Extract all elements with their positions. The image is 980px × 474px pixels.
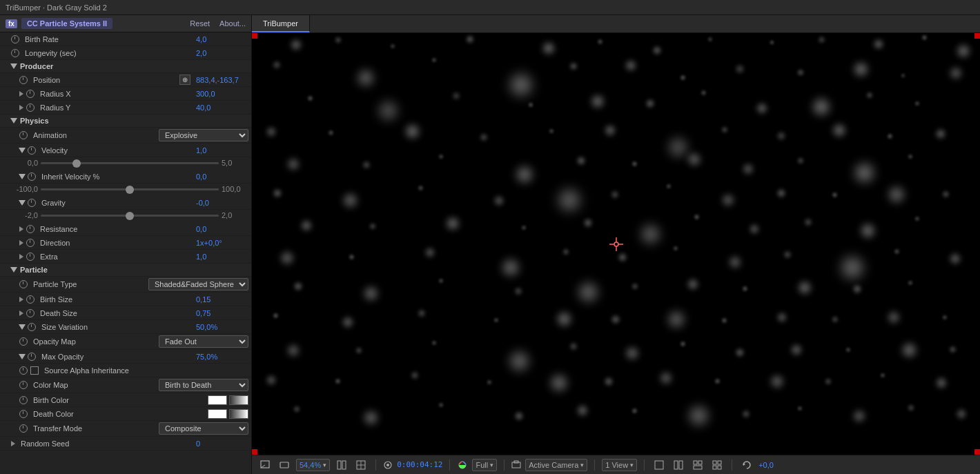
particle <box>949 66 963 80</box>
particle <box>293 406 300 413</box>
max-opacity-expand-icon[interactable] <box>19 354 26 359</box>
opacity-map-dropdown[interactable]: Fade Out Fade In Constant <box>159 335 248 348</box>
view-toggle-button[interactable] <box>334 459 349 471</box>
velocity-value[interactable]: 1,0 <box>193 146 248 155</box>
birth-rate-value[interactable]: 4,0 <box>193 35 248 43</box>
longevity-value[interactable]: 2,0 <box>193 49 248 57</box>
physics-section-header[interactable]: Physics <box>0 115 251 128</box>
extra-expand-icon[interactable] <box>19 254 23 259</box>
death-size-clock-icon[interactable] <box>26 309 35 317</box>
size-var-value[interactable]: 50,0% <box>193 323 248 331</box>
effect-name[interactable]: CC Particle Systems II <box>21 18 112 29</box>
death-size-expand-icon[interactable] <box>19 310 23 316</box>
viewport-canvas[interactable] <box>252 33 980 455</box>
velocity-clock-icon[interactable] <box>28 146 36 155</box>
birth-color-gradient-icon[interactable] <box>229 395 248 405</box>
radius-x-expand-icon[interactable] <box>19 91 23 97</box>
birth-size-clock-icon[interactable] <box>26 295 35 304</box>
fx-header: fx CC Particle Systems II Reset About... <box>0 15 251 32</box>
death-color-gradient-icon[interactable] <box>229 409 248 419</box>
gravity-clock-icon[interactable] <box>28 199 36 207</box>
radius-y-clock-icon[interactable] <box>26 103 35 112</box>
death-size-value[interactable]: 0,75 <box>193 309 248 317</box>
reset-view-button[interactable] <box>257 459 273 471</box>
layout-btn-1[interactable] <box>651 459 667 471</box>
inherit-vel-clock-icon[interactable] <box>28 172 36 181</box>
inherit-vel-value[interactable]: 0,0 <box>193 172 248 181</box>
resistance-value[interactable]: 0,0 <box>193 225 248 233</box>
longevity-clock-icon[interactable] <box>11 49 19 57</box>
particle <box>514 287 522 295</box>
random-seed-expand-icon[interactable] <box>11 441 15 446</box>
refresh-button[interactable] <box>739 459 754 471</box>
fit-view-button[interactable] <box>277 459 292 471</box>
position-value[interactable]: 883,4,-163,7 <box>193 76 248 84</box>
gravity-slider-thumb[interactable] <box>126 212 134 220</box>
animation-clock-icon[interactable] <box>19 131 28 139</box>
source-alpha-checkbox[interactable] <box>30 366 39 375</box>
extra-value[interactable]: 1,0 <box>193 253 248 261</box>
inherit-vel-slider-thumb[interactable] <box>126 186 134 194</box>
size-var-clock-icon[interactable] <box>28 323 36 331</box>
animation-dropdown[interactable]: Explosive Twirl Vortex <box>159 129 248 141</box>
radius-x-row: Radius X 300,0 <box>0 87 251 101</box>
timecode-display[interactable]: 0:00:04:12 <box>397 460 442 469</box>
camera-dropdown[interactable]: Active Camera ▾ <box>525 459 587 471</box>
random-seed-value[interactable]: 0 <box>193 440 248 448</box>
overlay-button[interactable] <box>353 459 369 471</box>
particle <box>832 192 838 198</box>
layout-btn-2[interactable] <box>671 459 686 471</box>
about-button[interactable]: About... <box>219 19 246 28</box>
inherit-vel-expand-icon[interactable] <box>19 174 26 179</box>
death-color-clock-icon[interactable] <box>19 410 28 418</box>
transfer-mode-dropdown[interactable]: Composite Add Screen <box>159 422 248 435</box>
size-var-expand-icon[interactable] <box>19 324 26 330</box>
max-opacity-value[interactable]: 75,0% <box>193 353 248 361</box>
radius-y-expand-icon[interactable] <box>19 105 23 110</box>
velocity-expand-icon[interactable] <box>19 148 26 153</box>
extra-clock-icon[interactable] <box>26 253 35 261</box>
particle-type-clock-icon[interactable] <box>19 280 28 288</box>
producer-section-header[interactable]: Producer <box>0 60 251 73</box>
color-map-clock-icon[interactable] <box>19 381 28 389</box>
radius-x-value[interactable]: 300,0 <box>193 90 248 98</box>
radius-y-value[interactable]: 40,0 <box>193 103 248 112</box>
resistance-expand-icon[interactable] <box>19 226 23 232</box>
gravity-expand-icon[interactable] <box>19 200 26 206</box>
gravity-slider-track[interactable] <box>41 215 219 217</box>
particle-type-dropdown[interactable]: Shaded&Faded Sphere Faded Sphere Lens Co… <box>148 278 248 290</box>
birth-size-value[interactable]: 0,15 <box>193 295 248 304</box>
zoom-dropdown[interactable]: 54,4% ▾ <box>296 459 330 471</box>
viewport-tab-tribumper[interactable]: TriBumper <box>252 15 310 32</box>
view-layout-dropdown[interactable]: 1 View ▾ <box>602 459 637 471</box>
particle-section-header[interactable]: Particle <box>0 264 251 277</box>
particle <box>438 154 444 159</box>
direction-clock-icon[interactable] <box>26 239 35 247</box>
direction-value[interactable]: 1x+0,0° <box>193 239 248 247</box>
radius-x-clock-icon[interactable] <box>26 90 35 98</box>
color-map-dropdown[interactable]: Birth to Death Over Life <box>159 379 248 391</box>
position-clock-icon[interactable] <box>19 76 28 84</box>
birth-size-expand-icon[interactable] <box>19 297 23 302</box>
particle <box>721 193 735 207</box>
direction-expand-icon[interactable] <box>19 240 23 246</box>
max-opacity-clock-icon[interactable] <box>28 353 36 361</box>
velocity-slider-track[interactable] <box>41 162 219 164</box>
birth-color-swatch[interactable] <box>208 395 227 405</box>
reset-button[interactable]: Reset <box>190 19 210 28</box>
opacity-map-clock-icon[interactable] <box>19 337 28 346</box>
death-color-swatch[interactable] <box>208 409 227 419</box>
birth-rate-clock-icon[interactable] <box>11 35 19 43</box>
particle <box>880 373 885 378</box>
position-crosshair-icon[interactable]: ⊕ <box>179 75 190 85</box>
transfer-mode-clock-icon[interactable] <box>19 424 28 433</box>
velocity-slider-thumb[interactable] <box>72 159 81 168</box>
resistance-clock-icon[interactable] <box>26 225 35 233</box>
layout-btn-4[interactable] <box>709 459 725 471</box>
quality-dropdown[interactable]: Full ▾ <box>472 459 497 471</box>
gravity-value[interactable]: -0,0 <box>193 199 248 207</box>
source-alpha-clock-icon[interactable] <box>19 366 28 375</box>
inherit-vel-slider-track[interactable] <box>41 188 219 190</box>
birth-color-clock-icon[interactable] <box>19 396 28 404</box>
layout-btn-3[interactable] <box>690 459 705 471</box>
